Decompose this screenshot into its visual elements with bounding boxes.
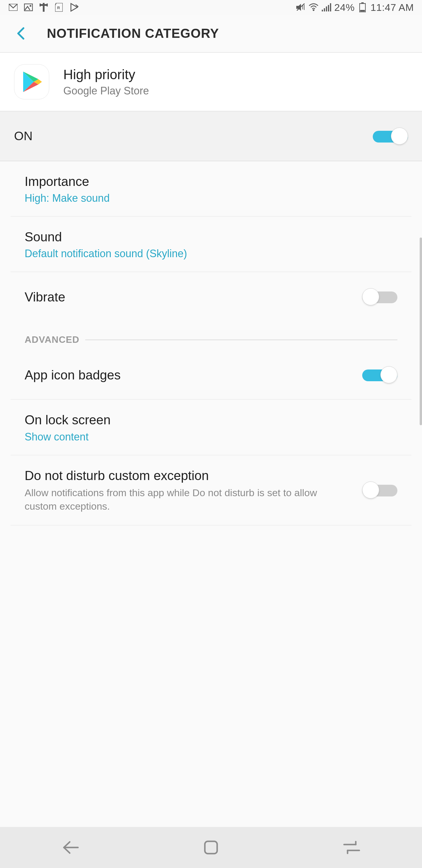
svg-text:R: R: [57, 6, 60, 10]
play-protect-icon: [69, 2, 79, 12]
importance-title: Importance: [25, 173, 386, 190]
svg-rect-16: [326, 6, 327, 11]
importance-row[interactable]: Importance High: Make sound: [10, 161, 412, 217]
svg-rect-5: [39, 3, 41, 6]
svg-rect-15: [324, 8, 325, 11]
dnd-toggle[interactable]: [362, 480, 397, 499]
divider: [85, 340, 397, 340]
battery-icon: [358, 2, 367, 12]
svg-rect-21: [360, 10, 365, 12]
master-toggle-row[interactable]: ON: [0, 112, 422, 161]
gallery-icon: [24, 2, 33, 12]
play-store-icon: [14, 64, 49, 99]
tmobile-icon: [39, 2, 48, 12]
svg-rect-18: [330, 3, 331, 11]
wifi-icon: [309, 2, 319, 12]
category-name: High priority: [63, 67, 149, 83]
badges-row[interactable]: App icon badges: [10, 350, 412, 400]
app-name: Google Play Store: [63, 85, 149, 97]
svg-rect-17: [328, 5, 329, 11]
master-toggle-label: ON: [14, 129, 33, 143]
lockscreen-row[interactable]: On lock screen Show content: [10, 400, 412, 455]
vibrate-title: Vibrate: [25, 288, 351, 305]
app-header: High priority Google Play Store: [0, 53, 422, 112]
signal-icon: [322, 2, 331, 12]
sound-value: Default notification sound (Skyline): [25, 248, 386, 260]
svg-rect-6: [46, 3, 48, 6]
vibrate-mute-icon: [296, 2, 306, 12]
lockscreen-title: On lock screen: [25, 411, 386, 428]
dnd-title: Do not disturb custom exception: [25, 467, 351, 484]
back-button[interactable]: [12, 25, 29, 42]
svg-rect-14: [322, 10, 323, 11]
svg-rect-27: [205, 841, 217, 854]
nav-home-button[interactable]: [198, 837, 224, 858]
nav-back-button[interactable]: [57, 837, 84, 858]
nav-recents-button[interactable]: [338, 837, 365, 858]
navigation-bar: [0, 827, 422, 868]
badges-title: App icon badges: [25, 367, 351, 383]
dnd-row[interactable]: Do not disturb custom exception Allow no…: [10, 456, 412, 526]
gmail-icon: [8, 2, 18, 12]
importance-value: High: Make sound: [25, 192, 386, 205]
vibrate-row[interactable]: Vibrate: [10, 272, 412, 321]
sim-icon: R: [54, 2, 64, 12]
sound-row[interactable]: Sound Default notification sound (Skylin…: [10, 217, 412, 272]
dnd-desc: Allow notifications from this app while …: [25, 486, 351, 513]
page-title: NOTIFICATION CATEGORY: [47, 26, 219, 41]
advanced-label: ADVANCED: [25, 334, 79, 345]
badges-toggle[interactable]: [362, 365, 397, 384]
lockscreen-value: Show content: [25, 431, 386, 443]
clock: 11:47 AM: [370, 2, 414, 13]
vibrate-toggle[interactable]: [362, 287, 397, 306]
titlebar: NOTIFICATION CATEGORY: [0, 15, 422, 53]
battery-percent: 24%: [334, 2, 355, 13]
svg-rect-4: [39, 4, 48, 6]
sound-title: Sound: [25, 228, 386, 245]
svg-point-13: [313, 9, 315, 11]
statusbar: R 24% 11:47 AM: [0, 0, 422, 15]
scrollbar[interactable]: [420, 238, 422, 425]
master-toggle[interactable]: [373, 127, 408, 146]
advanced-section-header: ADVANCED: [10, 321, 412, 350]
svg-point-2: [30, 5, 31, 7]
